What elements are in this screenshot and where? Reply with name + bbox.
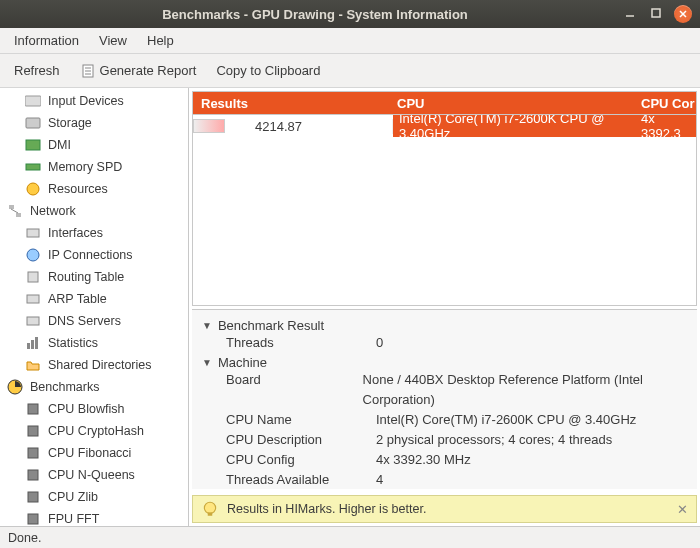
svg-rect-22: [31, 340, 34, 349]
sidebar-item-cpu-zlib[interactable]: CPU Zlib: [0, 486, 188, 508]
svg-rect-27: [28, 448, 38, 458]
menu-help[interactable]: Help: [139, 31, 182, 50]
sidebar-item-fpu-fft[interactable]: FPU FFT: [0, 508, 188, 526]
stats-icon: [24, 334, 42, 352]
svg-rect-18: [28, 272, 38, 282]
cpu-icon: [24, 488, 42, 506]
sidebar-item-arp-table[interactable]: ARP Table: [0, 288, 188, 310]
result-value: 4214.87: [255, 119, 302, 134]
sidebar-item-routing-table[interactable]: Routing Table: [0, 266, 188, 288]
folder-icon: [24, 356, 42, 374]
cpu-config-value: 4x 3392.30 MHz: [376, 450, 471, 470]
copy-button[interactable]: Copy to Clipboard: [212, 61, 324, 80]
notice-close-button[interactable]: ✕: [677, 502, 688, 517]
results-col-cpu[interactable]: CPU: [393, 96, 641, 111]
cpu-name-value: Intel(R) Core(TM) i7-2600K CPU @ 3.40GHz: [376, 410, 636, 430]
results-table[interactable]: 4214.87 Intel(R) Core(TM) i7-2600K CPU @…: [192, 115, 697, 306]
sidebar-item-cpu-blowfish[interactable]: CPU Blowfish: [0, 398, 188, 420]
sidebar-item-benchmarks[interactable]: Benchmarks: [0, 376, 188, 398]
svg-rect-25: [28, 404, 38, 414]
threads-avail-value: 4: [376, 470, 383, 489]
menu-view[interactable]: View: [91, 31, 135, 50]
copy-label: Copy to Clipboard: [216, 63, 320, 78]
cpu-icon: [24, 400, 42, 418]
sidebar-item-memory-spd[interactable]: Memory SPD: [0, 156, 188, 178]
board-icon: [24, 136, 42, 154]
group-machine: Machine: [218, 355, 267, 370]
svg-rect-21: [27, 343, 30, 349]
svg-rect-1: [652, 9, 660, 17]
sidebar-item-cpu-nqueens[interactable]: CPU N-Queens: [0, 464, 188, 486]
board-value: None / 440BX Desktop Reference Platform …: [363, 370, 687, 410]
sidebar-item-statistics[interactable]: Statistics: [0, 332, 188, 354]
close-button[interactable]: [674, 5, 692, 23]
sidebar-item-resources[interactable]: Resources: [0, 178, 188, 200]
sidebar-item-dmi[interactable]: DMI: [0, 134, 188, 156]
svg-rect-9: [26, 118, 40, 128]
svg-rect-20: [27, 317, 39, 325]
svg-point-12: [27, 183, 39, 195]
sidebar-item-cpu-cryptohash[interactable]: CPU CryptoHash: [0, 420, 188, 442]
window-controls: [622, 5, 692, 23]
sidebar-item-network[interactable]: Network: [0, 200, 188, 222]
routing-icon: [24, 268, 42, 286]
results-row[interactable]: 4214.87 Intel(R) Core(TM) i7-2600K CPU @…: [193, 115, 696, 137]
results-col-results[interactable]: Results: [193, 96, 393, 111]
svg-rect-16: [27, 229, 39, 237]
toolbar: Refresh Generate Report Copy to Clipboar…: [0, 54, 700, 88]
svg-point-17: [27, 249, 39, 261]
generate-report-button[interactable]: Generate Report: [76, 61, 201, 81]
svg-rect-28: [28, 470, 38, 480]
cpu-config-label: CPU Config: [226, 450, 376, 470]
main-panel: Results CPU CPU Cor 4214.87 Intel(R) Cor…: [189, 88, 700, 526]
notice-bar: Results in HIMarks. Higher is better. ✕: [192, 495, 697, 523]
cpu-desc-label: CPU Description: [226, 430, 376, 450]
svg-rect-10: [26, 140, 40, 150]
sidebar-tree[interactable]: Input Devices Storage DMI Memory SPD Res…: [0, 88, 189, 526]
report-icon: [80, 63, 96, 79]
results-header: Results CPU CPU Cor: [192, 91, 697, 115]
menu-information[interactable]: Information: [6, 31, 87, 50]
svg-rect-30: [28, 514, 38, 524]
disk-icon: [24, 114, 42, 132]
arp-icon: [24, 290, 42, 308]
svg-rect-23: [35, 337, 38, 349]
svg-rect-26: [28, 426, 38, 436]
threads-value: 0: [376, 333, 383, 353]
minimize-button[interactable]: [622, 5, 638, 21]
maximize-button[interactable]: [648, 5, 664, 21]
dns-icon: [24, 312, 42, 330]
cpu-icon: [24, 466, 42, 484]
sidebar-item-storage[interactable]: Storage: [0, 112, 188, 134]
statusbar: Done.: [0, 526, 700, 548]
ram-icon: [24, 158, 42, 176]
sidebar-item-ip-connections[interactable]: IP Connections: [0, 244, 188, 266]
collapse-icon[interactable]: ▼: [202, 357, 212, 368]
window-title: Benchmarks - GPU Drawing - System Inform…: [8, 7, 622, 22]
sidebar-item-cpu-fibonacci[interactable]: CPU Fibonacci: [0, 442, 188, 464]
svg-rect-29: [28, 492, 38, 502]
window-titlebar: Benchmarks - GPU Drawing - System Inform…: [0, 0, 700, 28]
sidebar-item-dns-servers[interactable]: DNS Servers: [0, 310, 188, 332]
results-col-cpu-config[interactable]: CPU Cor: [641, 96, 696, 111]
menubar: Information View Help: [0, 28, 700, 54]
result-cpu: Intel(R) Core(TM) i7-2600K CPU @ 3.40GHz: [393, 115, 641, 137]
collapse-icon[interactable]: ▼: [202, 320, 212, 331]
sidebar-item-shared-directories[interactable]: Shared Directories: [0, 354, 188, 376]
generate-report-label: Generate Report: [100, 63, 197, 78]
sidebar-item-input-devices[interactable]: Input Devices: [0, 90, 188, 112]
keyboard-icon: [24, 92, 42, 110]
cpu-desc-value: 2 physical processors; 4 cores; 4 thread…: [376, 430, 612, 450]
interfaces-icon: [24, 224, 42, 242]
sidebar-item-interfaces[interactable]: Interfaces: [0, 222, 188, 244]
refresh-button[interactable]: Refresh: [10, 61, 64, 80]
status-text: Done.: [8, 531, 41, 545]
result-cpu-config: 4x 3392.3: [641, 115, 696, 137]
details-panel: ▼Benchmark Result Threads0 ▼Machine Boar…: [192, 309, 697, 489]
group-benchmark-result: Benchmark Result: [218, 318, 324, 333]
svg-line-15: [11, 209, 18, 213]
globe-icon: [24, 246, 42, 264]
svg-rect-14: [16, 213, 21, 217]
cpu-icon: [24, 510, 42, 526]
lightbulb-icon: [201, 500, 219, 518]
